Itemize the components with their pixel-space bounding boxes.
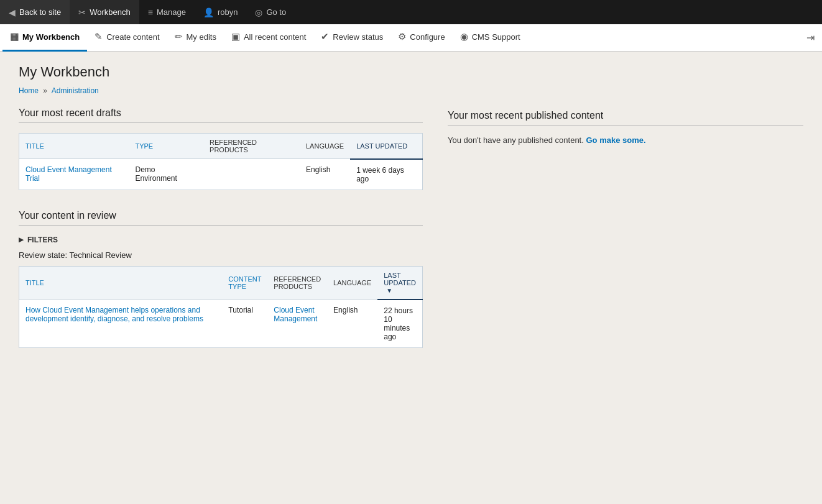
breadcrumb-sep: » — [43, 86, 47, 95]
no-content-message: You don't have any published content. — [448, 135, 584, 145]
review-contenttype-cell: Tutorial — [222, 300, 267, 348]
drafts-col-last-updated[interactable]: LAST UPDATED — [350, 134, 422, 159]
tab-create-content[interactable]: ✎ Create content — [87, 24, 167, 52]
drafts-thead: TITLE TYPE REFERENCED PRODUCTS LANGUAGE … — [19, 134, 423, 159]
page-title: My Workbench — [19, 64, 803, 80]
my-edits-icon: ✏ — [175, 31, 183, 42]
filters-toggle[interactable]: ▶ FILTERS — [19, 236, 423, 244]
tab-review-status[interactable]: ✔ Review status — [313, 24, 390, 52]
drafts-col-language[interactable]: LANGUAGE — [300, 134, 350, 159]
draft-title-cell: Cloud Event Management Trial — [19, 159, 129, 190]
breadcrumb: Home » Administration — [19, 86, 803, 95]
review-col-ref-products[interactable]: REFERENCED PRODUCTS — [267, 266, 327, 300]
review-status-icon: ✔ — [321, 31, 329, 42]
table-row: Cloud Event Management Trial Demo Enviro… — [19, 159, 423, 190]
nav-workbench[interactable]: ✂ Workbench — [70, 0, 139, 24]
review-title-link[interactable]: How Cloud Event Management helps operati… — [25, 306, 203, 323]
filters-label: FILTERS — [27, 236, 58, 244]
draft-title-link[interactable]: Cloud Event Management Trial — [25, 165, 112, 183]
drafts-table: TITLE TYPE REFERENCED PRODUCTS LANGUAGE … — [19, 133, 423, 190]
review-col-language[interactable]: LANGUAGE — [327, 266, 377, 300]
tab-configure[interactable]: ⚙ Configure — [390, 24, 452, 52]
sort-arrow-icon: ▼ — [386, 287, 392, 294]
drafts-col-ref-products[interactable]: REFERENCED PRODUCTS — [203, 134, 300, 159]
top-nav: ◀ Back to site ✂ Workbench ≡ Manage 👤 ro… — [0, 0, 822, 24]
review-language-cell: English — [327, 300, 377, 348]
drafts-heading: Your most recent drafts — [19, 108, 423, 123]
review-refproducts-cell: Cloud Event Management — [267, 300, 327, 348]
workbench-icon: ✂ — [78, 7, 86, 17]
review-title-cell: How Cloud Event Management helps operati… — [19, 300, 223, 348]
breadcrumb-admin[interactable]: Administration — [52, 86, 99, 95]
no-content-text: You don't have any published content. Go… — [448, 135, 803, 145]
nav-end-icon: ⇥ — [801, 32, 820, 44]
manage-icon: ≡ — [148, 7, 153, 17]
drafts-header-row: TITLE TYPE REFERENCED PRODUCTS LANGUAGE … — [19, 134, 423, 159]
review-heading: Your content in review — [19, 210, 423, 226]
drafts-col-title[interactable]: TITLE — [19, 134, 129, 159]
review-thead: TITLE CONTENT TYPE REFERENCED PRODUCTS L… — [19, 266, 423, 300]
draft-language-cell: English — [300, 159, 350, 190]
page-content: My Workbench Home » Administration Your … — [0, 52, 822, 360]
drafts-tbody: Cloud Event Management Trial Demo Enviro… — [19, 159, 423, 190]
review-section: Your content in review ▶ FILTERS Review … — [19, 210, 423, 348]
goto-icon: ◎ — [255, 7, 262, 17]
review-col-content-type[interactable]: CONTENT TYPE — [222, 266, 267, 300]
review-tbody: How Cloud Event Management helps operati… — [19, 300, 423, 348]
review-lastupdated-cell: 22 hours 10 minutes ago — [377, 300, 422, 348]
review-col-title[interactable]: TITLE — [19, 266, 223, 300]
tab-my-edits[interactable]: ✏ My edits — [167, 24, 224, 52]
review-table: TITLE CONTENT TYPE REFERENCED PRODUCTS L… — [19, 266, 423, 348]
nav-manage[interactable]: ≡ Manage — [139, 0, 195, 24]
table-row: How Cloud Event Management helps operati… — [19, 300, 423, 348]
cms-support-icon: ◉ — [460, 31, 468, 42]
published-heading: Your most recent published content — [448, 110, 803, 126]
nav-robyn[interactable]: 👤 robyn — [195, 0, 247, 24]
review-col-last-updated[interactable]: LAST UPDATED ▼ — [377, 266, 422, 300]
tab-all-recent-content[interactable]: ▣ All recent content — [224, 24, 313, 52]
all-recent-icon: ▣ — [231, 31, 240, 42]
user-icon: 👤 — [203, 7, 214, 17]
review-last-updated-label: LAST UPDATED — [384, 272, 416, 286]
review-state-label: Review state: Technical Review — [19, 250, 423, 260]
configure-icon: ⚙ — [398, 31, 406, 42]
tab-my-workbench[interactable]: ▦ My Workbench — [2, 24, 87, 52]
draft-refproducts-cell — [203, 159, 300, 190]
go-make-some-link[interactable]: Go make some. — [586, 135, 645, 145]
nav-back-to-site[interactable]: ◀ Back to site — [0, 0, 70, 24]
col-right: Your most recent published content You d… — [448, 108, 803, 348]
my-workbench-icon: ▦ — [10, 31, 19, 42]
review-header-row: TITLE CONTENT TYPE REFERENCED PRODUCTS L… — [19, 266, 423, 300]
breadcrumb-home[interactable]: Home — [19, 86, 39, 95]
review-refproducts-link[interactable]: Cloud Event Management — [274, 306, 317, 323]
back-arrow-icon: ◀ — [9, 7, 16, 17]
col-left: Your most recent drafts TITLE TYPE REFER… — [19, 108, 423, 348]
draft-lastupdated-cell: 1 week 6 days ago — [350, 159, 422, 190]
nav-go-to[interactable]: ◎ Go to — [246, 0, 295, 24]
create-content-icon: ✎ — [95, 31, 103, 42]
tab-cms-support[interactable]: ◉ CMS Support — [453, 24, 528, 52]
main-two-col: Your most recent drafts TITLE TYPE REFER… — [19, 108, 803, 348]
drafts-col-type[interactable]: TYPE — [129, 134, 203, 159]
secondary-nav: ▦ My Workbench ✎ Create content ✏ My edi… — [0, 24, 822, 52]
draft-type-cell: Demo Environment — [129, 159, 203, 190]
filters-triangle-icon: ▶ — [19, 236, 24, 243]
